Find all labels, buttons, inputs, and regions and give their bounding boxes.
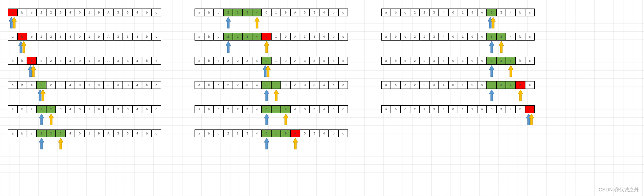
svg-marker-9 [49,114,54,125]
cell: c [400,9,410,16]
cell: 0 [75,57,84,65]
cell: 3 [429,57,439,65]
left-pointer-arrow-icon [226,41,231,53]
step-row: abc2234019A334bc [381,105,535,113]
right-pointer-arrow-icon [49,114,54,125]
cell: 9 [94,33,104,41]
left-pointer-arrow-icon [226,17,231,28]
cell: 4 [506,9,515,16]
cell: 0 [448,81,458,89]
cell: 3 [242,129,252,137]
cell: 9 [281,81,290,89]
cell: 4 [132,33,142,41]
cell: a [381,9,391,16]
cell: A [477,105,487,113]
left-pointer-arrow-icon [39,138,44,149]
cell-row: abc2234019A334bc [381,81,535,89]
cell: 3 [242,81,252,89]
cell: 4 [439,9,448,16]
cell: 2 [46,33,56,41]
cell: 3 [496,33,506,41]
cell-row: abc2234019A334bc [381,57,535,65]
cell: A [104,57,113,65]
svg-marker-33 [529,114,534,125]
cell: 2 [223,33,233,41]
cell: 4 [132,81,142,89]
cell: 2 [46,57,56,65]
svg-marker-15 [264,41,269,53]
cell: 2 [420,33,429,41]
cell: b [515,57,525,65]
cell: b [515,81,525,89]
cell-row: abc2234019A334bc [381,33,535,41]
cell: b [391,57,400,65]
right-pointer-arrow-icon [499,41,504,53]
left-pointer-arrow-icon [39,114,44,125]
cell: 2 [37,9,46,16]
cell: c [525,9,535,16]
cell: 3 [487,105,496,113]
left-pointer-arrow-icon [264,90,269,101]
cell: 4 [506,81,515,89]
cell: A [104,129,113,137]
step-row: abc2234019A334bc [195,105,348,113]
cell: 4 [65,9,75,16]
cell: b [329,33,338,41]
cell: 2 [420,81,429,89]
svg-marker-29 [508,65,513,77]
cell: 3 [123,33,132,41]
cell: 3 [113,129,123,137]
cell: 2 [410,81,420,89]
cell: c [214,9,223,16]
cell-row: abc2234019A334bc [195,81,348,89]
cell: 3 [429,33,439,41]
svg-marker-31 [518,90,523,101]
right-pointer-arrow-icon [266,65,271,77]
cell: 4 [506,105,515,113]
cell: 0 [448,57,458,65]
cell: 4 [439,33,448,41]
cell: 1 [458,105,468,113]
cell-row: abc2234019A334bc [381,9,535,16]
cell: 2 [233,129,242,137]
right-pointer-arrow-icon [529,114,534,125]
cell: c [214,129,223,137]
step-row: abc2234019A334bc [8,81,161,89]
step-row: abc2234019A334bc [8,129,161,137]
cell: c [152,33,161,41]
svg-marker-7 [40,90,45,101]
cell: c [214,57,223,65]
cell: 1 [271,81,281,89]
cell-row: abc2234019A334bc [8,33,161,41]
cell: c [214,105,223,113]
cell: A [104,81,113,89]
cell: a [8,33,17,41]
cell: 1 [458,57,468,65]
cell: b [391,81,400,89]
cell: 4 [65,105,75,113]
cell: 2 [223,129,233,137]
cell: 1 [84,81,94,89]
cell: 9 [281,9,290,16]
cell: c [525,81,535,89]
cell: 2 [37,105,46,113]
cell: 3 [487,9,496,16]
step-row: abc2234019A334bc [381,57,535,65]
left-pointer-arrow-icon [489,41,494,53]
cell: 3 [496,105,506,113]
cell: c [214,33,223,41]
cell: b [17,33,27,41]
cell: 4 [319,129,329,137]
step-row: abc2234019A334bc [8,9,161,16]
cell: 0 [262,9,271,16]
left-pointer-arrow-icon [489,90,494,101]
cell: c [338,129,348,137]
cell: 3 [496,57,506,65]
cell: 4 [65,33,75,41]
cell: 4 [506,33,515,41]
cell: c [525,33,535,41]
cell: 9 [468,57,477,65]
cell: 9 [281,105,290,113]
cell: 4 [132,129,142,137]
step-row: abc2234019A334bc [195,57,348,65]
